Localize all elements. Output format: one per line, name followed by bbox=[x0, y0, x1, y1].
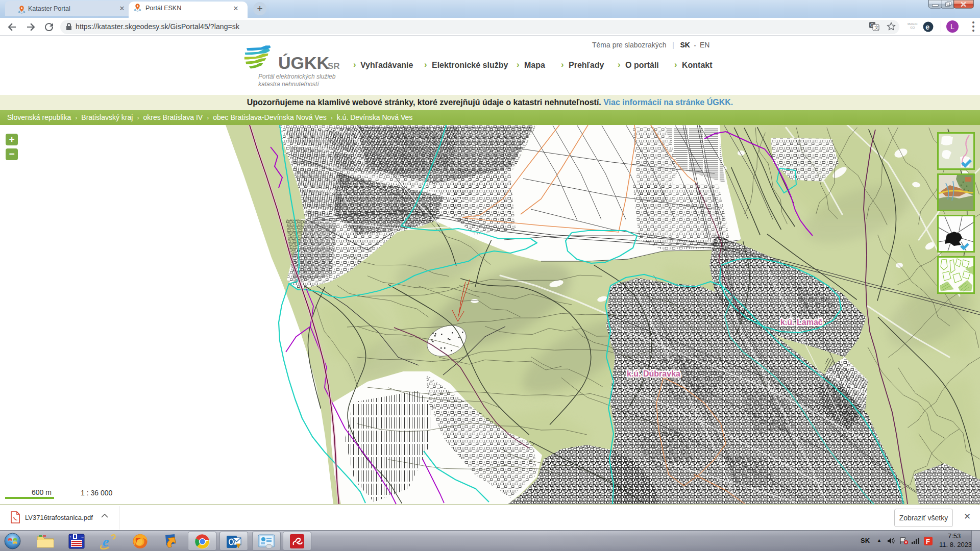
svg-text:F: F bbox=[926, 538, 930, 545]
svg-text:Portál elektronických služieb: Portál elektronických služieb bbox=[258, 73, 336, 80]
svg-text:↑: ↑ bbox=[69, 535, 71, 539]
svg-text:→: → bbox=[81, 535, 84, 539]
svg-text:e: e bbox=[925, 23, 929, 31]
svg-text:k.ú. Dúbravka: k.ú. Dúbravka bbox=[627, 369, 680, 378]
svg-text:文: 文 bbox=[874, 25, 879, 30]
svg-text:k.ú. Lamač: k.ú. Lamač bbox=[780, 318, 823, 327]
svg-text:ÚGKK: ÚGKK bbox=[278, 53, 330, 72]
svg-text:katastra nehnuteľností: katastra nehnuteľností bbox=[258, 81, 320, 88]
svg-text:e: e bbox=[103, 534, 109, 549]
svg-text:SR: SR bbox=[328, 61, 340, 71]
